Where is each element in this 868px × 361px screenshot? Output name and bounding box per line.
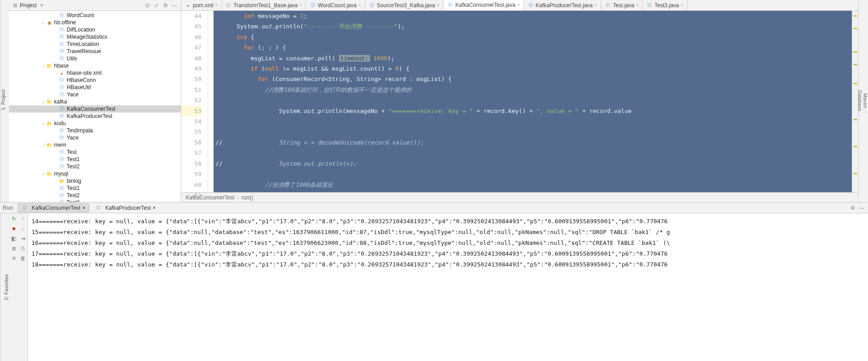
run-tab[interactable]: ⓒKafkaProducerTest× [91,203,160,212]
close-icon[interactable]: × [517,3,520,8]
tree-item[interactable]: ⓒHBaseConn [9,77,181,84]
editor-tab[interactable]: ⓒKafkaConsumerTest.java× [443,0,524,11]
tree-item[interactable]: ⌄📁mem [9,141,181,149]
twisty-icon[interactable]: ⌄ [41,121,46,126]
tree-item[interactable]: ⓒTest2 [9,163,181,170]
gear-icon[interactable]: ⚙ [162,2,169,9]
project-panel-header: ▤ Project ▾ ⊙ ⤢ ⚙ — [9,0,181,11]
tree-item[interactable]: 📁binlog [9,177,181,185]
tree-item[interactable]: ⓒTest1 [9,156,181,163]
tree-item[interactable]: ⓒYace [9,134,181,141]
tree-item[interactable]: ⬥hbase-site.xml [9,69,181,77]
print-icon[interactable]: ⎙ [19,245,27,252]
twisty-icon[interactable]: ⌄ [41,143,46,147]
warning-marker[interactable] [854,64,857,65]
java-icon: ⓒ [59,185,65,191]
tree-item[interactable]: ⓒHBaseUtil [9,84,181,91]
hide-icon[interactable]: — [858,204,865,212]
tree-item[interactable]: ⌄▣hb.offline [9,19,181,26]
favorites-tool-button[interactable]: 2: Favorites [0,213,9,361]
twisty-icon[interactable]: ⌄ [41,99,46,104]
tree-item[interactable]: ⓒTimeLocation [9,41,181,48]
rerun-icon[interactable]: ↻ [10,215,18,222]
editor-tab[interactable]: ⓒKafkaProducerTest.java× [524,0,602,10]
tree-item[interactable]: ⓒKafkaProducerTest [9,113,181,120]
tree-item[interactable]: ⌄📁kafka [9,98,181,105]
breadcrumb[interactable]: KafkaConsumerTest › run() [181,192,858,202]
breadcrumb-item[interactable]: run() [242,194,253,201]
editor-marker-bar[interactable] [852,11,858,192]
close-icon[interactable]: × [681,3,683,8]
tree-item[interactable]: ⓒTravelReissue [9,48,181,55]
tree-item[interactable]: ⓒTest3 [9,199,181,202]
tree-item[interactable]: ⓒTest1 [9,185,181,192]
warning-marker[interactable] [854,15,857,17]
expand-icon[interactable]: ⤢ [153,2,160,9]
tree-item-label: mysql [54,171,68,177]
close-icon[interactable]: × [437,3,439,8]
java-icon: ⓒ [59,55,65,62]
warning-marker[interactable] [854,173,857,174]
editor-tab[interactable]: ⓒTransformTest1_Base.java× [222,0,306,10]
project-tool-button[interactable]: 1: Project [0,0,9,202]
close-icon[interactable]: × [299,3,302,8]
project-view-selector[interactable]: ▤ Project ▾ [12,2,142,9]
editor-tab[interactable]: ⓒTest.java× [601,0,643,10]
twisty-icon[interactable]: ⌄ [41,63,46,68]
tree-item[interactable]: ⌄📁kudu [9,120,181,127]
wrap-icon[interactable]: ⇥ [19,235,27,242]
tree-item[interactable]: ⓒTest2 [9,192,181,199]
twisty-icon[interactable]: ⌄ [41,20,46,25]
warning-marker[interactable] [854,83,857,84]
tab-label: TransformTest1_Base.java [233,2,297,9]
warning-marker[interactable] [854,28,857,29]
layout-icon[interactable]: ≣ [10,245,18,252]
close-icon[interactable]: × [636,3,639,8]
project-tree[interactable]: ⓒWordCount⌄▣hb.offlineⓒDiffLocationⓒMile… [9,11,181,202]
camera-icon[interactable]: ◧ [10,235,18,242]
close-icon[interactable]: × [594,3,597,8]
trash-icon[interactable]: 🗑 [19,255,27,262]
right-tool-maven[interactable]: Maven [863,90,868,112]
editor-tab[interactable]: ⓒTest3.java× [643,0,687,10]
java-icon: ⓒ [59,156,65,162]
java-icon: ⓒ [59,12,65,18]
close-icon[interactable]: × [153,205,156,211]
project-title: Project [20,2,37,9]
up-icon[interactable]: ↑ [19,215,27,222]
tree-item[interactable]: ⌄📁hbase [9,62,181,69]
tree-item[interactable]: ⓒWordCount [9,12,181,19]
locate-icon[interactable]: ⊙ [144,2,151,9]
close-icon[interactable]: × [82,205,85,211]
tree-item[interactable]: ⓒTestImpala [9,127,181,134]
java-icon: ⓒ [59,163,65,170]
warning-marker[interactable] [854,119,857,120]
tree-item[interactable]: ⓒKafkaConsumerTest [9,105,181,113]
twisty-icon[interactable]: ⌄ [41,171,46,176]
run-tab[interactable]: ⓒKafkaConsumerTest× [18,203,89,212]
tree-item[interactable]: ⓒMileageStatistics [9,33,181,41]
close-icon[interactable]: × [215,3,218,8]
editor-tab[interactable]: ⬥pom.xml× [181,0,222,10]
editor-tab[interactable]: ⓒSourceTest3_Kafka.java× [365,0,443,10]
tree-item[interactable]: ⌄📁mysql [9,170,181,177]
tree-item[interactable]: ⓒUtils [9,55,181,62]
tree-item-label: TimeLocation [67,41,99,47]
gear-icon[interactable]: ⚙ [849,204,856,212]
down-icon[interactable]: ↓ [19,225,27,232]
stop-icon[interactable]: ■ [10,225,18,232]
folder-icon: 📁 [46,63,52,69]
editor-tab[interactable]: ⓒWordCount.java× [306,0,365,10]
console-line: 17=======receive: key = null, value = {"… [32,248,864,259]
tree-item[interactable]: ⓒTest [9,149,181,156]
code-editor[interactable]: int messageNo = 1; System.out.println("-… [214,11,852,192]
hide-icon[interactable]: — [171,2,178,9]
warning-marker[interactable] [854,51,857,53]
warning-marker[interactable] [854,146,857,147]
tree-item-label: TravelReissue [67,48,101,54]
tree-item[interactable]: ⓒDiffLocation [9,26,181,33]
close-icon[interactable]: × [358,3,361,8]
exit-icon[interactable]: ✕ [10,255,18,262]
run-console[interactable]: 14=======receive: key = null, value = {"… [28,213,868,361]
tree-item[interactable]: ⓒYace [9,91,181,98]
